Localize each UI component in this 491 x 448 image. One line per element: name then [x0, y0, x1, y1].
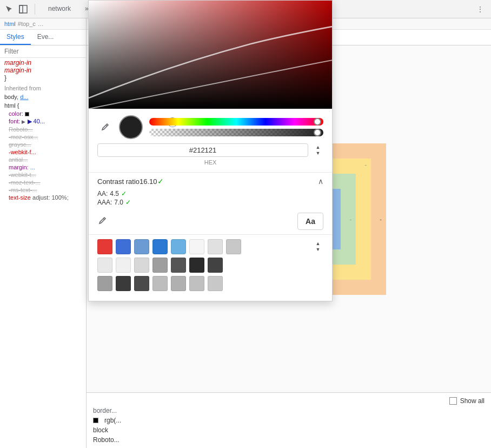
computed-rgb-val: rgb(...: [104, 417, 121, 424]
pick-color-button[interactable]: [97, 216, 107, 227]
swatches-row-2: [97, 258, 323, 273]
prop-moz-text: -moz-text-...: [0, 179, 86, 186]
prop-color: color:: [0, 110, 86, 117]
swatch-mix-2[interactable]: [116, 276, 131, 291]
body-link[interactable]: d...: [20, 94, 28, 100]
contrast-value: 16.10: [140, 177, 157, 186]
computed-roboto-row: Roboto...: [93, 436, 485, 444]
left-panel: html #top_c … Styles Eve... margin-in ma…: [0, 18, 87, 448]
right-bottom: Show all border... rgb(... block Roboto.…: [87, 392, 491, 448]
swatch-gray-4[interactable]: [152, 258, 168, 273]
swatch-blue-3[interactable]: [152, 239, 168, 254]
prop-antial: antial...: [0, 156, 86, 163]
hue-slider[interactable]: [149, 118, 323, 126]
swatch-dark-1[interactable]: [171, 258, 186, 273]
aa-value: 4.5: [110, 190, 119, 197]
hex-row: ▲▼: [97, 143, 323, 157]
show-all-checkbox[interactable]: [449, 397, 457, 405]
padding-right-dash: -: [350, 216, 351, 222]
swatch-mix-3[interactable]: [134, 276, 149, 291]
swatch-red[interactable]: [97, 239, 112, 254]
left-tab-bar: Styles Eve...: [0, 30, 86, 45]
aaa-check-icon: ✓: [125, 199, 131, 206]
cursor-icon[interactable]: [4, 4, 14, 14]
swatches-up-down[interactable]: ▲▼: [313, 241, 323, 253]
color-swatch[interactable]: [25, 112, 29, 116]
swatch-light-1[interactable]: [189, 239, 204, 254]
swatch-mix-6[interactable]: [189, 276, 204, 291]
contrast-ratio-row: Contrast ratio 16.10 ✓ ∧: [89, 172, 332, 188]
picker-main-row: [97, 115, 323, 139]
prop-graysc: graysc...: [0, 141, 86, 148]
color-picker-panel: ▲▼ HEX Contrast ratio 16.10 ✓ ∧ AA: 4.5 …: [88, 18, 333, 301]
hex-input[interactable]: [102, 146, 303, 154]
swatch-blue-4[interactable]: [171, 239, 186, 254]
swatch-blue-1[interactable]: [116, 239, 131, 254]
svg-rect-1: [19, 5, 23, 13]
body-selector: body, d...: [0, 93, 86, 101]
styles-scroll[interactable]: margin-in margin-in } Inherited from bod…: [0, 58, 86, 448]
aa-aaa-row: AA: 4.5 ✓ AAA: 7.0 ✓: [89, 188, 332, 210]
color-gradient-canvas[interactable]: [89, 18, 332, 109]
swatch-dark-3[interactable]: [208, 258, 223, 273]
prop-webkit-f: -webkit-f...: [0, 148, 86, 156]
computed-rgb-row: rgb(...: [93, 417, 485, 424]
filter-input[interactable]: [4, 48, 82, 55]
svg-rect-0: [19, 5, 27, 13]
color-picker-controls: ▲▼ HEX: [89, 109, 332, 172]
more-menu-button[interactable]: ⋮: [474, 3, 487, 16]
margin-right-value: -: [380, 216, 382, 222]
tab-styles[interactable]: Styles: [0, 30, 31, 45]
layout-icon[interactable]: [18, 4, 28, 14]
swatches-row-3: [97, 276, 323, 291]
alpha-slider[interactable]: [149, 129, 323, 136]
alpha-thumb: [314, 129, 321, 136]
swatch-dark-2[interactable]: [189, 258, 204, 273]
hex-up-down[interactable]: ▲▼: [313, 144, 323, 156]
tab-network[interactable]: network: [42, 3, 77, 16]
style-prop-1: margin-in: [4, 59, 82, 67]
prop-text-size: text-size adjust: 100%;: [0, 194, 86, 201]
tab-event-listeners[interactable]: Eve...: [31, 30, 61, 45]
swatch-light-3[interactable]: [226, 239, 241, 254]
contrast-check-icon: ✓: [157, 177, 164, 186]
swatch-light-2[interactable]: [208, 239, 223, 254]
color-preview-circle: [119, 115, 143, 139]
sliders-area: [149, 118, 323, 136]
devtools-window: network » ⋮ html #top_c … Styles Eve...: [0, 0, 491, 448]
computed-border-row: border...: [93, 407, 485, 414]
computed-roboto-val: Roboto...: [93, 436, 120, 444]
prop-moz-osx: -moz-osx...: [0, 133, 86, 141]
swatch-mix-4[interactable]: [152, 276, 168, 291]
prop-ms-text: -ms-text-...: [0, 186, 86, 194]
picker-actions-row: Aa: [89, 210, 332, 234]
swatch-mix-5[interactable]: [171, 276, 186, 291]
hex-label: HEX: [97, 159, 323, 166]
border-right-dash: -: [365, 162, 367, 168]
breadcrumb-html[interactable]: html: [4, 21, 16, 27]
eyedropper-button[interactable]: [97, 120, 112, 135]
hue-thumb: [314, 118, 321, 126]
main-layout: html #top_c … Styles Eve... margin-in ma…: [0, 18, 491, 448]
prop-roboto: Roboto...: [0, 126, 86, 133]
contrast-collapse-button[interactable]: ∧: [318, 177, 323, 186]
breadcrumb-top-c[interactable]: #top_c: [18, 21, 36, 27]
swatch-gray-3[interactable]: [134, 258, 149, 273]
contrast-label: Contrast ratio: [97, 177, 140, 186]
hex-input-wrap: [97, 143, 308, 157]
aa-preview-button[interactable]: Aa: [297, 213, 323, 230]
aa-label: AA:: [97, 190, 108, 197]
prop-font: font: ▶ ▶ 40...: [0, 117, 86, 126]
prop-margin: margin: ...: [0, 163, 86, 171]
swatch-mix-7[interactable]: [208, 276, 223, 291]
swatch-mix-1[interactable]: [97, 276, 112, 291]
swatches-section: ▲▼: [89, 234, 332, 301]
computed-block-row: block: [93, 426, 485, 434]
style-prop-2: margin-in: [4, 67, 82, 74]
swatch-gray-1[interactable]: [97, 258, 112, 273]
color-dot: [93, 418, 98, 423]
swatches-row-1: ▲▼: [97, 239, 323, 254]
divider: [35, 4, 35, 15]
swatch-gray-2[interactable]: [116, 258, 131, 273]
swatch-blue-2[interactable]: [134, 239, 149, 254]
